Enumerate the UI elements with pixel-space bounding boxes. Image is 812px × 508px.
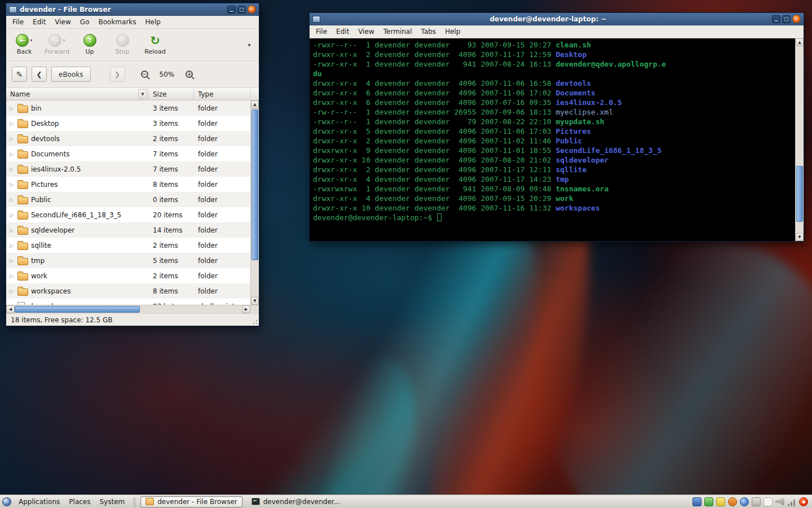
zoom-out-button[interactable]: − (138, 67, 152, 82)
volume-tray-icon[interactable] (775, 497, 784, 506)
applications-menu-icon[interactable] (2, 497, 11, 506)
messenger-tray-icon[interactable] (704, 497, 713, 506)
toolbar-button[interactable]: ▾ Up (76, 30, 103, 59)
scroll-track[interactable] (15, 305, 242, 313)
expander-icon[interactable]: ▷ (8, 167, 15, 172)
expander-icon[interactable]: ▷ (8, 304, 15, 305)
expander-icon[interactable]: ▷ (8, 197, 15, 203)
scroll-left-button[interactable]: ◀ (6, 305, 15, 313)
table-row[interactable]: ▷ Desktop 3 items folder (6, 116, 250, 131)
table-row[interactable]: ▷ work 2 items folder (6, 268, 250, 283)
dropdown-arrow-icon[interactable]: ▾ (30, 38, 32, 43)
zoom-in-button[interactable]: + (182, 67, 196, 82)
table-row[interactable]: ▷ Public 0 items folder (6, 192, 250, 207)
expander-icon[interactable]: ▷ (8, 273, 15, 279)
scroll-right-button[interactable]: ▶ (242, 305, 250, 313)
menu-item[interactable]: File (311, 26, 332, 37)
menu-item[interactable]: Edit (28, 16, 50, 28)
table-row[interactable]: ▷ clean.sh 93 bytes shell script (6, 299, 250, 305)
table-row[interactable]: ▷ tmp 5 items folder (6, 253, 250, 268)
scroll-thumb[interactable] (15, 306, 140, 313)
minimize-button[interactable] (772, 15, 780, 23)
table-row[interactable]: ▷ sqllite 2 items folder (6, 238, 250, 253)
menu-item[interactable]: View (354, 26, 378, 37)
file-browser-titlebar[interactable]: devender - File Browser (6, 3, 259, 16)
chat-tray-icon[interactable] (764, 497, 773, 506)
menu-item[interactable]: Help (440, 26, 465, 37)
scroll-down-button[interactable]: ▼ (796, 233, 804, 241)
menu-item[interactable]: Go (76, 16, 94, 28)
expander-icon[interactable]: ▷ (8, 243, 15, 248)
table-row[interactable]: ▷ bin 3 items folder (6, 100, 250, 116)
panel-menu-item[interactable]: Places (65, 496, 94, 507)
toolbar-button[interactable]: ▾ Stop (109, 30, 136, 59)
column-sort-button[interactable]: ▼ (138, 89, 147, 99)
edit-location-button[interactable]: ✎ (12, 67, 27, 82)
scroll-track[interactable] (251, 108, 259, 297)
table-row[interactable]: ▷ devtools 2 items folder (6, 131, 250, 146)
scroll-down-button[interactable]: ▼ (251, 297, 259, 305)
table-row[interactable]: ▷ Pictures 8 items folder (6, 177, 250, 192)
path-forward-button[interactable]: ❯ (110, 67, 125, 82)
battery-tray-icon[interactable] (752, 497, 761, 506)
path-segment-button[interactable]: eBooks (51, 67, 91, 82)
menu-item[interactable]: View (50, 16, 75, 28)
remote-desktop-tray-icon[interactable] (692, 497, 701, 506)
maximize-button[interactable] (237, 6, 246, 14)
maximize-button[interactable] (782, 15, 791, 23)
expander-icon[interactable]: ▷ (8, 106, 15, 111)
vertical-scrollbar[interactable]: ▲ ▼ (795, 38, 804, 241)
resize-grip[interactable] (251, 318, 258, 325)
expander-icon[interactable]: ▷ (8, 121, 15, 126)
taskbar-task-button[interactable]: devender - File Browser (140, 496, 242, 507)
expander-icon[interactable]: ▷ (8, 182, 15, 187)
scroll-track[interactable] (796, 46, 804, 233)
signal-tray-icon[interactable] (787, 497, 796, 506)
toolbar-button[interactable]: ▾ Back (11, 30, 38, 59)
column-header-name[interactable]: Name ▼ (6, 88, 149, 100)
menu-item[interactable]: Help (141, 16, 165, 28)
path-back-button[interactable]: ❮ (32, 67, 47, 82)
menu-item[interactable]: Terminal (379, 26, 417, 37)
panel-drag-handle[interactable] (133, 497, 136, 507)
table-row[interactable]: ▷ sqldeveloper 14 items folder (6, 222, 250, 238)
toolbar-button[interactable]: ▾ Forward (43, 30, 70, 59)
table-row[interactable]: ▷ workspaces 8 items folder (6, 283, 250, 299)
updates-tray-icon[interactable] (799, 497, 808, 506)
menu-item[interactable]: Edit (332, 26, 354, 37)
notes-tray-icon[interactable] (716, 497, 725, 506)
table-row[interactable]: ▷ SecondLife_i686_1_18_3_5 20 items fold… (6, 207, 250, 222)
menu-item[interactable]: File (8, 16, 28, 28)
table-row[interactable]: ▷ Documents 7 items folder (6, 146, 250, 161)
terminal-titlebar[interactable]: devender@devender-laptop: ~ (310, 13, 804, 25)
expander-icon[interactable]: ▷ (8, 151, 15, 157)
scroll-thumb[interactable] (251, 110, 258, 260)
scroll-up-button[interactable]: ▲ (251, 100, 259, 108)
expander-icon[interactable]: ▷ (8, 288, 15, 294)
taskbar-task-button[interactable]: devender@devender... (247, 496, 345, 507)
dropdown-arrow-icon[interactable]: ▾ (63, 38, 65, 43)
expander-icon[interactable]: ▷ (8, 136, 15, 142)
toolbar-button[interactable]: ▾ Reload (142, 30, 169, 59)
column-header-type[interactable]: Type (194, 88, 250, 100)
panel-menu-item[interactable]: Applications (15, 496, 64, 507)
network-tray-icon[interactable] (740, 497, 749, 506)
expander-icon[interactable]: ▷ (8, 258, 15, 264)
scroll-thumb[interactable] (796, 166, 803, 222)
terminal-output[interactable]: -rwxr--r-- 1 devender devender 93 2007-0… (310, 38, 795, 241)
expander-icon[interactable]: ▷ (8, 212, 15, 218)
panel-menu-item[interactable]: System (95, 496, 129, 507)
toolbar-overflow-button[interactable]: ▾ (244, 33, 254, 56)
sync-tray-icon[interactable] (728, 497, 737, 506)
expander-icon[interactable]: ▷ (8, 227, 15, 233)
horizontal-scrollbar[interactable]: ◀ ▶ (6, 305, 259, 313)
vertical-scrollbar[interactable]: ▲ ▼ (250, 100, 259, 305)
scroll-up-button[interactable]: ▲ (796, 38, 804, 46)
table-row[interactable]: ▷ ies4linux-2.0.5 7 items folder (6, 161, 250, 177)
close-button[interactable] (248, 5, 256, 14)
minimize-button[interactable] (227, 6, 236, 14)
menu-item[interactable]: Bookmarks (94, 16, 140, 28)
menu-item[interactable]: Tabs (417, 26, 441, 37)
close-button[interactable] (792, 15, 801, 23)
column-header-size[interactable]: Size (149, 88, 194, 100)
